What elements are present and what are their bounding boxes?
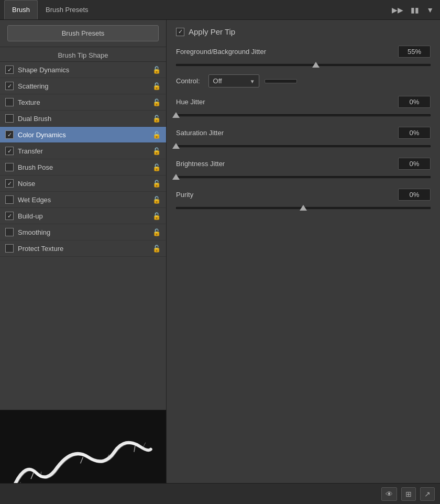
- apply-per-tip-row: ✓ Apply Per Tip: [176, 27, 431, 36]
- tab-icons: ▶▶ ▮▮ ▼: [390, 5, 436, 15]
- slider-track-brightness-jitter: [176, 176, 431, 178]
- checkbox-smoothing[interactable]: [5, 228, 14, 236]
- label-wet-edges: Wet Edges: [18, 196, 149, 204]
- slider-hue-jitter[interactable]: [176, 111, 431, 119]
- list-item-dual-brush[interactable]: Dual Brush🔓: [0, 111, 166, 127]
- list-item-color-dynamics[interactable]: ✓Color Dynamics🔓: [0, 127, 166, 143]
- tab-brush[interactable]: Brush: [4, 0, 38, 19]
- eye-button[interactable]: 👁: [381, 487, 397, 501]
- checkbox-color-dynamics[interactable]: ✓: [5, 130, 14, 139]
- left-panel: Brush Presets Brush Tip Shape ✓Shape Dyn…: [0, 20, 167, 504]
- list-item-shape-dynamics[interactable]: ✓Shape Dynamics🔓: [0, 62, 166, 78]
- list-item-wet-edges[interactable]: Wet Edges🔓: [0, 192, 166, 208]
- tab-brush-presets[interactable]: Brush Presets: [38, 0, 96, 19]
- param-section-purity: Purity0%: [176, 189, 431, 212]
- menu-icon[interactable]: ▼: [424, 5, 436, 15]
- param-row-hue-jitter: Hue Jitter0%: [176, 96, 431, 108]
- slider-thumb-fg-bg-jitter: [312, 62, 320, 68]
- grid-button[interactable]: ⊞: [401, 487, 416, 501]
- svg-line-2: [81, 457, 83, 464]
- lock-icon-shape-dynamics: 🔓: [152, 66, 161, 74]
- list-item-texture[interactable]: Texture🔓: [0, 94, 166, 111]
- checkbox-shape-dynamics[interactable]: ✓: [5, 65, 14, 74]
- label-protect-texture: Protect Texture: [18, 245, 149, 253]
- param-section-hue-jitter: Hue Jitter0%: [176, 96, 431, 119]
- lock-icon-transfer: 🔓: [152, 147, 161, 155]
- lock-icon-protect-texture: 🔓: [152, 245, 161, 253]
- items-list: ✓Shape Dynamics🔓✓Scattering🔓Texture🔓Dual…: [0, 62, 166, 410]
- param-section-saturation-jitter: Saturation Jitter0%: [176, 127, 431, 150]
- slider-track-hue-jitter: [176, 114, 431, 116]
- list-item-transfer[interactable]: ✓Transfer🔓: [0, 143, 166, 159]
- list-item-brush-pose[interactable]: Brush Pose🔓: [0, 159, 166, 176]
- label-color-dynamics: Color Dynamics: [18, 131, 149, 139]
- apply-per-tip-checkbox[interactable]: ✓: [176, 28, 184, 36]
- control-value-box-fg-bg-jitter[interactable]: [265, 79, 297, 83]
- control-label-fg-bg-jitter: Control:: [176, 77, 200, 85]
- list-item-build-up[interactable]: ✓Build-up🔓: [0, 208, 166, 224]
- slider-thumb-brightness-jitter: [172, 174, 180, 180]
- control-select-wrap-fg-bg-jitter: OffFadePen PressurePen TiltStylus Wheel▼: [208, 74, 259, 87]
- slider-thumb-saturation-jitter: [172, 143, 180, 149]
- label-noise: Noise: [18, 180, 149, 188]
- checkbox-wet-edges[interactable]: [5, 195, 14, 204]
- checkbox-brush-pose[interactable]: [5, 163, 14, 171]
- lock-icon-smoothing: 🔓: [152, 228, 161, 236]
- lock-icon-build-up: 🔓: [152, 212, 161, 220]
- param-value-saturation-jitter[interactable]: 0%: [398, 127, 431, 139]
- list-item-noise[interactable]: ✓Noise🔓: [0, 176, 166, 192]
- param-value-brightness-jitter[interactable]: 0%: [398, 158, 431, 170]
- slider-fg-bg-jitter[interactable]: [176, 61, 431, 69]
- param-section-brightness-jitter: Brightness Jitter0%: [176, 158, 431, 181]
- slider-track-fg-bg-jitter: [176, 64, 431, 66]
- checkbox-scattering[interactable]: ✓: [5, 82, 14, 90]
- checkbox-protect-texture[interactable]: [5, 244, 14, 253]
- label-transfer: Transfer: [18, 147, 149, 155]
- param-row-brightness-jitter: Brightness Jitter0%: [176, 158, 431, 170]
- checkbox-noise[interactable]: ✓: [5, 179, 14, 188]
- slider-thumb-purity: [300, 205, 307, 211]
- slider-brightness-jitter[interactable]: [176, 173, 431, 181]
- main-layout: Brush Presets Brush Tip Shape ✓Shape Dyn…: [0, 20, 440, 504]
- svg-line-0: [31, 473, 34, 479]
- checkbox-texture[interactable]: [5, 98, 14, 106]
- checkbox-build-up[interactable]: ✓: [5, 212, 14, 220]
- param-value-hue-jitter[interactable]: 0%: [398, 96, 431, 108]
- lock-icon-color-dynamics: 🔓: [152, 131, 161, 139]
- lock-icon-scattering: 🔓: [152, 82, 161, 90]
- param-row-purity: Purity0%: [176, 189, 431, 201]
- brush-presets-btn-wrap: Brush Presets: [0, 20, 166, 47]
- slider-saturation-jitter[interactable]: [176, 142, 431, 150]
- label-brush-pose: Brush Pose: [18, 163, 149, 171]
- svg-line-4: [134, 446, 135, 452]
- param-label-brightness-jitter: Brightness Jitter: [176, 160, 398, 168]
- param-section-fg-bg-jitter: Foreground/Background Jitter55%Control:O…: [176, 46, 431, 87]
- lock-icon-texture: 🔓: [152, 98, 161, 106]
- list-item-scattering[interactable]: ✓Scattering🔓: [0, 78, 166, 94]
- param-value-purity[interactable]: 0%: [398, 189, 431, 201]
- brush-tip-shape-header: Brush Tip Shape: [0, 47, 166, 62]
- params-container: Foreground/Background Jitter55%Control:O…: [176, 46, 431, 212]
- param-value-fg-bg-jitter[interactable]: 55%: [398, 46, 431, 58]
- label-shape-dynamics: Shape Dynamics: [18, 66, 149, 74]
- control-select-fg-bg-jitter[interactable]: OffFadePen PressurePen TiltStylus Wheel: [208, 74, 259, 87]
- brush-presets-button[interactable]: Brush Presets: [7, 25, 159, 41]
- label-build-up: Build-up: [18, 212, 149, 220]
- tab-bar: Brush Brush Presets ▶▶ ▮▮ ▼: [0, 0, 440, 20]
- list-item-protect-texture[interactable]: Protect Texture🔓: [0, 240, 166, 257]
- right-panel: ✓ Apply Per Tip Foreground/Background Ji…: [167, 20, 440, 504]
- label-dual-brush: Dual Brush: [18, 115, 149, 123]
- checkbox-transfer[interactable]: ✓: [5, 147, 14, 155]
- svg-line-6: [143, 443, 146, 448]
- param-label-fg-bg-jitter: Foreground/Background Jitter: [176, 48, 398, 56]
- apply-per-tip-label: Apply Per Tip: [189, 27, 235, 36]
- export-button[interactable]: ↗: [420, 487, 435, 501]
- panel-icon[interactable]: ▮▮: [409, 5, 421, 15]
- fast-forward-icon[interactable]: ▶▶: [390, 5, 405, 15]
- slider-purity[interactable]: [176, 204, 431, 212]
- list-item-smoothing[interactable]: Smoothing🔓: [0, 224, 166, 240]
- checkbox-dual-brush[interactable]: [5, 114, 14, 123]
- param-label-saturation-jitter: Saturation Jitter: [176, 129, 398, 137]
- slider-thumb-hue-jitter: [172, 112, 180, 118]
- control-row-fg-bg-jitter: Control:OffFadePen PressurePen TiltStylu…: [176, 74, 431, 87]
